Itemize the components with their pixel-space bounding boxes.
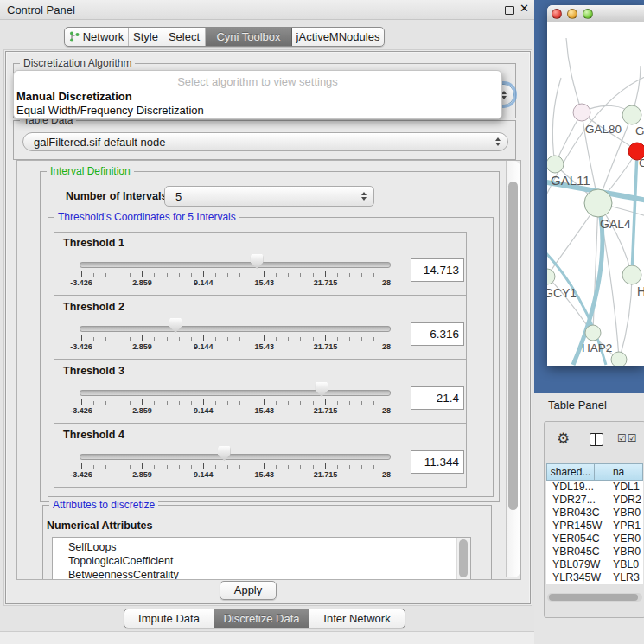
minimize-traffic-light-icon[interactable] <box>567 9 577 19</box>
threshold-3-slider-thumb[interactable] <box>316 382 328 397</box>
tick-label: 21.715 <box>314 470 338 479</box>
column-header-shared[interactable]: shared... <box>546 463 595 481</box>
table-data-group: Table Data galFiltered.sif default node <box>13 120 516 160</box>
threshold-2-slider-thumb[interactable] <box>169 318 182 333</box>
node-label-clipped: C <box>639 156 644 169</box>
discretize-settings-panel: Discretization Algorithm Select algorith… <box>5 51 531 604</box>
tick-label: 9.144 <box>194 342 214 351</box>
tick-label: 2.859 <box>132 406 152 415</box>
attribute-item[interactable]: SelfLoops <box>53 540 470 554</box>
node-label-gal80: GAL80 <box>585 123 622 136</box>
table-row[interactable]: YBL079WYBL0 <box>546 558 643 571</box>
table-panel-title: Table Panel <box>548 399 607 411</box>
bottom-strip <box>0 631 534 644</box>
node-label-clipped: H <box>637 284 644 298</box>
number-of-intervals-value: 5 <box>175 190 182 203</box>
tab-select[interactable]: Select <box>163 28 206 46</box>
close-traffic-light-icon[interactable] <box>552 9 562 19</box>
bottom-tab-bar: Impute Data Discretize Data Infer Networ… <box>124 609 405 628</box>
table-row[interactable]: YDR27...YDR2 <box>546 494 643 507</box>
table-row[interactable]: YBR045CYBR0 <box>546 545 643 558</box>
settings-scroll-area: Interval Definition Number of Intervals … <box>16 160 521 580</box>
control-panel-titlebar: Control Panel ✕ <box>0 0 534 20</box>
columns-icon[interactable] <box>590 433 603 446</box>
tick-label: 2.859 <box>132 278 152 287</box>
table-horizontal-scrollbar[interactable] <box>547 593 642 602</box>
close-icon[interactable]: ✕ <box>520 2 529 15</box>
tab-discretize-data[interactable]: Discretize Data <box>214 609 309 628</box>
tick-label: 28 <box>382 342 391 351</box>
tick-label: 15.43 <box>255 406 275 415</box>
node-label-gal11: GAL11 <box>551 173 590 188</box>
thresholds-group: Threshold's Coordinates for 5 Intervals … <box>48 217 494 497</box>
tab-infer-network[interactable]: Infer Network <box>309 609 405 628</box>
apply-button[interactable]: Apply <box>220 581 277 600</box>
table-data-select[interactable]: galFiltered.sif default node <box>22 132 508 151</box>
threshold-4-value-field[interactable]: 11.344 <box>411 450 464 474</box>
tab-network[interactable]: Network <box>65 28 129 46</box>
node-label-gcy1: GCY1 <box>547 286 577 300</box>
threshold-2-panel: Threshold 2 -3.426 2.859 9.144 15.43 21.… <box>54 296 467 360</box>
dropdown-option-equal-width-frequency[interactable]: Equal Width/Frequency Discretization <box>14 104 501 118</box>
threshold-1-value-field[interactable]: 14.713 <box>411 258 464 282</box>
threshold-4-slider-thumb[interactable] <box>218 446 231 461</box>
threshold-4-tick-labels: -3.426 2.859 9.144 15.43 21.715 28 <box>81 470 386 481</box>
threshold-2-label: Threshold 2 <box>63 301 124 313</box>
settings-vertical-scrollbar[interactable] <box>506 161 520 577</box>
tick-label: 21.715 <box>314 278 338 287</box>
threshold-2-value-field[interactable]: 6.316 <box>411 322 464 346</box>
node <box>585 325 601 341</box>
network-graph: GAL80 G C GAL11 GAL4 GCY1 H HAP2 <box>547 22 644 366</box>
table-row[interactable]: YER054CYER0 <box>546 532 643 545</box>
threshold-4-panel: Threshold 4 -3.426 2.859 9.144 15.43 21.… <box>54 424 467 488</box>
top-tab-bar: Network Style Select Cyni Toolbox jActiv… <box>64 27 385 47</box>
tab-cyni-toolbox[interactable]: Cyni Toolbox <box>206 28 292 46</box>
float-window-icon[interactable] <box>505 6 514 15</box>
dropdown-option-manual-discretization[interactable]: Manual Discretization <box>14 90 501 104</box>
table-row[interactable]: YBR043CYBR0 <box>546 507 643 520</box>
tab-jactivemnodules[interactable]: jActiveMNodules <box>292 28 384 46</box>
column-header-name[interactable]: na <box>595 463 643 481</box>
threshold-3-tick-ruler <box>81 399 386 405</box>
control-panel: Control Panel ✕ Network Style Select Cyn… <box>0 0 534 644</box>
numerical-attributes-label: Numerical Attributes <box>47 520 152 532</box>
threshold-1-label: Threshold 1 <box>63 237 124 249</box>
zoom-traffic-light-icon[interactable] <box>583 9 593 19</box>
tick-label: 9.144 <box>194 406 214 415</box>
network-window-titlebar[interactable] <box>547 5 644 22</box>
tab-impute-data[interactable]: Impute Data <box>124 609 214 628</box>
node-label-clipped: G <box>635 124 644 137</box>
node-gal4 <box>584 189 612 217</box>
thresholds-group-title: Threshold's Coordinates for 5 Intervals <box>54 211 239 223</box>
threshold-1-slider-thumb[interactable] <box>251 254 264 269</box>
attribute-item[interactable]: TopologicalCoefficient <box>53 554 470 568</box>
threshold-4-tick-ruler <box>81 463 386 469</box>
gear-icon[interactable]: ⚙ <box>557 430 570 448</box>
table-row[interactable]: YLR345WYLR3 <box>546 571 643 584</box>
threshold-3-value-field[interactable]: 21.4 <box>411 386 464 410</box>
combo-arrows-icon <box>495 137 501 146</box>
tab-style[interactable]: Style <box>129 28 163 46</box>
tick-label: 9.144 <box>194 470 214 479</box>
tick-label: 15.43 <box>255 342 275 351</box>
node <box>547 269 555 284</box>
table-row[interactable]: YPR145WYPR1 <box>546 520 643 532</box>
attributes-group-title: Attributes to discretize <box>49 499 158 511</box>
algorithm-prompt: Select algorithm to view settings <box>14 75 501 88</box>
number-of-intervals-select[interactable]: 5 <box>164 186 374 207</box>
attribute-item[interactable]: BetweennessCentrality <box>53 568 470 580</box>
tick-label: 2.859 <box>132 342 152 351</box>
node <box>622 105 641 124</box>
table-row[interactable]: YDL19...YDL1 <box>546 481 643 494</box>
tick-label: -3.426 <box>70 470 92 479</box>
tick-label: 2.859 <box>132 470 152 479</box>
node <box>622 265 641 284</box>
interval-definition-group: Interval Definition Number of Intervals … <box>40 171 500 502</box>
tick-label: -3.426 <box>70 406 92 415</box>
table-header-row: shared... na <box>546 463 643 481</box>
table-panel: ⚙ ☑☑ shared... na YDL19...YDL1 YDR27...Y… <box>544 421 644 618</box>
algorithm-dropdown-popup: Select algorithm to view settings Manual… <box>13 70 502 119</box>
select-columns-icon[interactable]: ☑☑ <box>617 432 638 444</box>
attributes-list-scrollbar[interactable] <box>456 538 470 580</box>
network-canvas[interactable]: GAL80 G C GAL11 GAL4 GCY1 H HAP2 <box>547 22 644 366</box>
